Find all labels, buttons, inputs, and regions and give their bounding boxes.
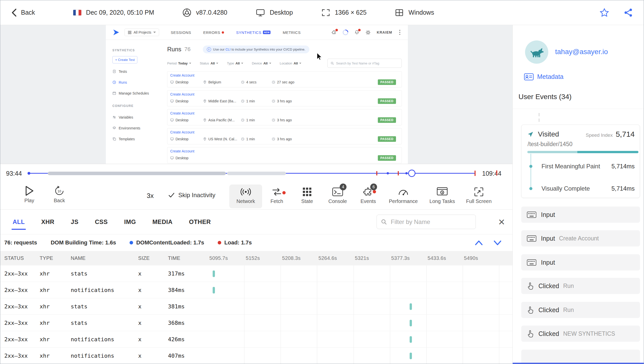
network-filter-input[interactable] xyxy=(377,215,476,229)
chevron-down-icon xyxy=(241,63,243,64)
requests-count: 76: requests xyxy=(4,239,37,246)
run-card: Create Account Desktop Middle East (Ba..… xyxy=(167,90,402,106)
monitor-icon xyxy=(170,118,174,122)
network-table-header: STATUS TYPE NAME SIZE TIME 5095.7s 5152s… xyxy=(0,251,512,265)
tab-sessions: SESSIONS xyxy=(171,30,191,35)
first-meaningful-paint-metric: First Meaningful Paint 5,714ms xyxy=(541,163,635,170)
net-tab-js[interactable]: JS xyxy=(71,218,78,225)
chevron-down-icon xyxy=(269,63,271,64)
windows-icon xyxy=(395,8,404,17)
net-tab-xhr[interactable]: XHR xyxy=(41,218,54,225)
replayed-app: All Projects SESSIONS ERRORS SYNTHETICSN… xyxy=(106,25,408,164)
long-tasks-panel-button[interactable]: Long Tasks xyxy=(426,185,459,208)
network-request-row[interactable]: 2xx–3xxxhrstatsx317ms xyxy=(0,265,512,282)
back-10s-button[interactable]: 10 Back xyxy=(49,186,69,203)
replayed-app-navbar: All Projects SESSIONS ERRORS SYNTHETICSN… xyxy=(106,25,408,40)
visited-event-card[interactable]: Visited Speed Index 5,714 /test-builder/… xyxy=(521,125,640,198)
user-events-panel: tahay@asayer.io Metadata User Events (34… xyxy=(512,25,644,364)
time-ago-clock-icon xyxy=(272,137,275,141)
tab-errors: ERRORS xyxy=(203,30,224,35)
user-email: tahay@asayer.io xyxy=(555,48,608,56)
partial-event-card[interactable] xyxy=(521,350,640,364)
console-panel-button[interactable]: 4 Console xyxy=(321,185,354,208)
session-date: Dec 09, 2020, 05:10 PM xyxy=(73,9,154,16)
load-time: Load: 1.7s xyxy=(218,239,252,246)
events-panel-button[interactable]: 6 Events xyxy=(352,185,385,208)
runs-count: 76 xyxy=(184,46,190,53)
network-request-row[interactable]: 2xx–3xxxhrstatsx381ms xyxy=(0,298,512,315)
session-player-page: Back Dec 09, 2020, 05:10 PM v87.0.4280 D… xyxy=(0,0,644,364)
clicked-event-card[interactable]: ClickedRun xyxy=(521,302,640,318)
run-card: Create Account Desktop US West (N. Cal..… xyxy=(167,128,402,144)
request-timing-marker xyxy=(410,353,412,359)
monitor-icon xyxy=(170,80,174,84)
copy-icon xyxy=(112,137,116,141)
fetch-panel-button[interactable]: Fetch xyxy=(260,185,293,208)
os-label: Windows xyxy=(408,9,434,16)
time-ago-clock-icon xyxy=(272,80,275,84)
events-count-badge: 6 xyxy=(370,184,377,190)
tab-metrics: METRICS xyxy=(283,30,301,35)
metadata-button[interactable]: Metadata xyxy=(524,73,563,80)
sidebar-section-synthetics: SYNTHETICS xyxy=(112,49,149,52)
grid-icon xyxy=(128,31,132,34)
network-request-row[interactable]: 2xx–3xxxhrstatsx368ms xyxy=(0,315,512,331)
network-request-row[interactable]: 2xx–3xxxhrnotificationsx426ms xyxy=(0,331,512,348)
device-label: Desktop xyxy=(270,9,293,16)
jump-next-icon[interactable] xyxy=(493,239,502,246)
device-type: Desktop xyxy=(256,8,293,17)
play-button[interactable]: Play xyxy=(19,186,39,203)
performance-panel-button[interactable]: Performance xyxy=(387,185,420,208)
net-tab-other[interactable]: OTHER xyxy=(189,218,211,225)
speed-index-bar xyxy=(527,151,638,153)
sidebar-item-environments: Environments xyxy=(112,123,149,133)
back-button[interactable]: Back xyxy=(11,8,35,17)
status-badge: PASSED xyxy=(378,117,396,123)
layers-icon xyxy=(112,126,116,130)
speed-index-value: 5,714 xyxy=(616,130,635,139)
net-tab-img[interactable]: IMG xyxy=(124,218,136,225)
dom-content-loaded: DOMContentLoaded: 1.7s xyxy=(130,239,204,246)
net-tab-css[interactable]: CSS xyxy=(95,218,108,225)
state-panel-button[interactable]: State xyxy=(291,185,324,208)
net-tab-media[interactable]: MEDIA xyxy=(152,218,172,225)
total-time-label: 109:44 xyxy=(482,170,501,177)
sliders-icon xyxy=(112,115,116,119)
resolution-brackets-icon xyxy=(321,8,330,17)
network-request-row[interactable]: 2xx–3xxxhrnotificationsx384ms xyxy=(0,282,512,298)
input-event-card[interactable]: InputCreate Account xyxy=(521,230,640,246)
clicked-event-card[interactable]: ClickedRun xyxy=(521,278,640,294)
jump-previous-icon[interactable] xyxy=(474,239,484,246)
duration-clock-icon xyxy=(241,118,244,122)
new-badge: NEW xyxy=(263,31,271,34)
gear-icon xyxy=(365,30,371,35)
input-event-card[interactable]: Input xyxy=(521,207,640,223)
timeline-scrubber[interactable] xyxy=(408,170,415,177)
blue-dot-icon xyxy=(130,241,133,244)
speed-toggle[interactable]: 3x xyxy=(147,192,154,200)
current-time-label: 93:44 xyxy=(6,170,22,177)
chevron-down-icon xyxy=(216,63,218,64)
status-badge: PASSED xyxy=(378,136,396,142)
input-event-card[interactable]: Input xyxy=(521,254,640,270)
timeline-track[interactable] xyxy=(28,164,476,183)
clicked-event-card[interactable]: ClickedNEW SYNTHETICS xyxy=(521,326,640,342)
filter-type: TypeAll xyxy=(227,61,243,65)
full-screen-button[interactable]: Full Screen xyxy=(462,185,495,208)
skip-inactivity-toggle[interactable]: Skip Inactivity xyxy=(168,192,215,199)
sidebar-item-tests: Tests xyxy=(112,66,149,77)
net-tab-all[interactable]: ALL xyxy=(13,218,25,225)
dom-building-time: DOM Building Time: 1.6s xyxy=(51,239,116,246)
network-panel-button[interactable]: Network xyxy=(229,185,262,208)
network-request-row[interactable]: 2xx–3xxxhrnotificationsx407ms xyxy=(0,348,512,364)
red-dot-icon xyxy=(218,241,221,244)
checkmark-icon xyxy=(168,192,175,198)
chevron-left-icon xyxy=(11,8,17,17)
search-icon xyxy=(381,218,387,225)
replay-stage[interactable]: All Projects SESSIONS ERRORS SYNTHETICSN… xyxy=(0,25,512,164)
events-alert-dot xyxy=(373,190,376,193)
favorite-star-icon[interactable] xyxy=(599,8,609,18)
asayer-logo-icon xyxy=(112,29,120,36)
close-panel-icon[interactable]: × xyxy=(498,216,505,228)
share-icon[interactable] xyxy=(624,8,633,17)
